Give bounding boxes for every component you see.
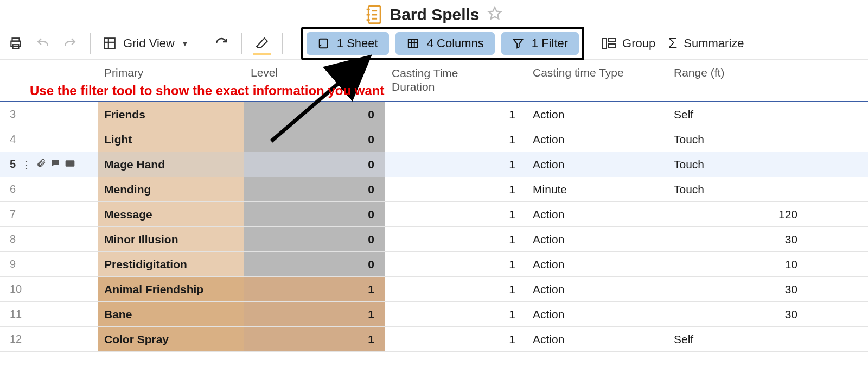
cell-level[interactable]: 0	[244, 152, 385, 177]
cell-primary[interactable]: Minor Illusion	[98, 227, 244, 251]
cell-level[interactable]: 0	[244, 227, 385, 251]
cell-range[interactable]: Self	[667, 102, 808, 127]
comment-icon[interactable]	[50, 158, 60, 171]
cell-range[interactable]: 30	[667, 277, 808, 301]
page-title[interactable]: Bard Spells	[390, 5, 479, 24]
table-row[interactable]: 7Message01Action120	[0, 202, 868, 227]
cell-level[interactable]: 0	[244, 252, 385, 276]
cell-casting-type[interactable]: Action	[526, 127, 667, 152]
cell-casting-type[interactable]: Minute	[526, 177, 667, 201]
cell-casting-duration[interactable]: 1	[385, 277, 526, 301]
cell-casting-duration[interactable]: 1	[385, 177, 526, 201]
cell-range[interactable]: 10	[667, 252, 808, 276]
cell-primary[interactable]: Message	[98, 202, 244, 226]
cell-casting-type[interactable]: Action	[526, 302, 667, 326]
svg-rect-19	[609, 39, 615, 42]
sheet-label: 1 Sheet	[337, 36, 378, 51]
data-grid[interactable]: 3Friends01ActionSelf4Light01ActionTouch5…	[0, 102, 868, 352]
cell-casting-duration[interactable]: 1	[385, 252, 526, 276]
card-icon[interactable]	[65, 158, 75, 171]
cell-range[interactable]: Touch	[667, 152, 808, 177]
cell-casting-duration[interactable]: 1	[385, 327, 526, 351]
cell-casting-duration[interactable]: 1	[385, 202, 526, 226]
header-casting-duration[interactable]: Casting TimeDuration	[385, 60, 526, 101]
divider	[282, 33, 283, 54]
table-row[interactable]: 3Friends01ActionSelf	[0, 102, 868, 127]
sheet-pill[interactable]: 1 Sheet	[307, 32, 389, 55]
cell-primary[interactable]: Mage Hand	[98, 152, 244, 177]
cell-level[interactable]: 1	[244, 277, 385, 301]
cell-primary[interactable]: Animal Friendship	[98, 277, 244, 301]
cell-level[interactable]: 1	[244, 302, 385, 326]
cell-casting-duration[interactable]: 1	[385, 102, 526, 127]
cell-level[interactable]: 1	[244, 327, 385, 351]
cell-range[interactable]: 120	[667, 202, 808, 226]
cell-primary[interactable]: Prestidigitation	[98, 252, 244, 276]
attachment-icon[interactable]	[36, 158, 46, 171]
cell-casting-duration[interactable]: 1	[385, 227, 526, 251]
cell-casting-type[interactable]: Action	[526, 227, 667, 251]
cell-primary[interactable]: Light	[98, 127, 244, 152]
cell-range[interactable]: Touch	[667, 177, 808, 201]
table-row[interactable]: 4Light01ActionTouch	[0, 127, 868, 152]
group-button[interactable]: Group	[597, 36, 660, 51]
cell-casting-type[interactable]: Action	[526, 327, 667, 351]
header-casting-type[interactable]: Casting time Type	[526, 60, 667, 87]
caret-down-icon: ▼	[181, 39, 189, 48]
drag-icon[interactable]: ⋮	[21, 158, 32, 171]
redo-icon[interactable]	[58, 31, 82, 56]
table-row[interactable]: 5⋮ Mage Hand01ActionTouch	[0, 152, 868, 177]
divider	[90, 33, 91, 54]
table-row[interactable]: 8Minor Illusion01Action30	[0, 227, 868, 252]
table-row[interactable]: 9Prestidigitation01Action10	[0, 252, 868, 277]
row-number[interactable]: 8	[0, 227, 98, 251]
cell-primary[interactable]: Bane	[98, 302, 244, 326]
cell-range[interactable]: 30	[667, 227, 808, 251]
row-number[interactable]: 11	[0, 302, 98, 326]
row-number[interactable]: 6	[0, 177, 98, 201]
cell-casting-type[interactable]: Action	[526, 102, 667, 127]
refresh-icon[interactable]	[209, 31, 234, 56]
cell-casting-type[interactable]: Action	[526, 277, 667, 301]
table-row[interactable]: 10Animal Friendship11Action30	[0, 277, 868, 302]
cell-range[interactable]: Self	[667, 327, 808, 351]
row-number[interactable]: 7	[0, 202, 98, 226]
cell-level[interactable]: 0	[244, 102, 385, 127]
cell-range[interactable]: 30	[667, 302, 808, 326]
cell-casting-type[interactable]: Action	[526, 252, 667, 276]
header-range[interactable]: Range (ft)	[667, 60, 808, 87]
cell-level[interactable]: 0	[244, 177, 385, 201]
cell-casting-duration[interactable]: 1	[385, 127, 526, 152]
cell-casting-type[interactable]: Action	[526, 152, 667, 177]
print-icon[interactable]	[3, 31, 28, 56]
row-number[interactable]: 9	[0, 252, 98, 276]
row-number[interactable]: 10	[0, 277, 98, 301]
row-number[interactable]: 3	[0, 102, 98, 127]
cell-level[interactable]: 0	[244, 202, 385, 226]
cell-casting-duration[interactable]: 1	[385, 152, 526, 177]
filter-pill[interactable]: 1 Filter	[501, 32, 579, 55]
cell-casting-type[interactable]: Action	[526, 202, 667, 226]
undo-icon[interactable]	[30, 31, 55, 56]
annotation-text: Use the filter tool to show the exact in…	[30, 83, 384, 98]
row-action-icons[interactable]: ⋮	[21, 158, 75, 171]
cell-range[interactable]: Touch	[667, 127, 808, 152]
sigma-icon: Σ	[668, 35, 677, 52]
row-number[interactable]: 4	[0, 127, 98, 152]
cell-primary[interactable]: Friends	[98, 102, 244, 127]
table-row[interactable]: 11Bane11Action30	[0, 302, 868, 327]
table-row[interactable]: 6Mending01MinuteTouch	[0, 177, 868, 202]
cell-primary[interactable]: Mending	[98, 177, 244, 201]
svg-rect-14	[408, 39, 417, 47]
cell-primary[interactable]: Color Spray	[98, 327, 244, 351]
summarize-button[interactable]: Σ Summarize	[664, 35, 748, 52]
row-number[interactable]: 12	[0, 327, 98, 351]
columns-pill[interactable]: 4 Columns	[395, 32, 495, 55]
cell-level[interactable]: 0	[244, 127, 385, 152]
row-number[interactable]: 5⋮	[0, 152, 98, 177]
cell-casting-duration[interactable]: 1	[385, 302, 526, 326]
table-row[interactable]: 12Color Spray11ActionSelf	[0, 327, 868, 352]
star-icon[interactable]	[487, 6, 502, 24]
grid-view-selector[interactable]: Grid View ▼	[98, 36, 193, 51]
eraser-icon[interactable]	[250, 31, 275, 56]
